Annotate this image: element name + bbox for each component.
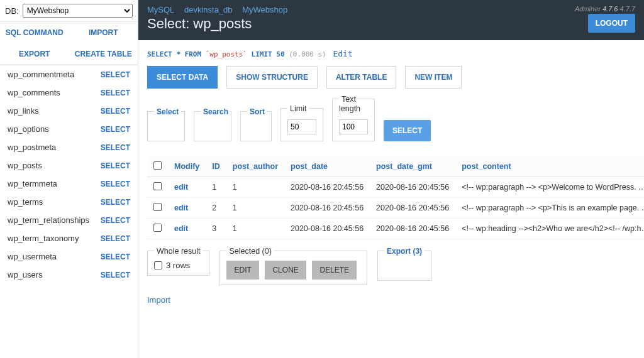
import-link[interactable]: IMPORT (69, 22, 138, 43)
page-title: Select: wp_posts (147, 16, 295, 32)
table-select-link[interactable]: SELECT (101, 180, 130, 188)
select-fieldset[interactable]: Select (147, 111, 185, 141)
edit-selected-button[interactable]: EDIT (226, 261, 258, 279)
sort-fieldset[interactable]: Sort (240, 111, 272, 141)
table-name: wp_term_taxonomy (8, 234, 79, 243)
table-name: wp_users (8, 270, 43, 279)
table-row[interactable]: wp_postsSELECT (0, 156, 138, 175)
edit-row-link[interactable]: edit (174, 224, 188, 233)
rows-count: 3 rows (166, 261, 190, 270)
edit-sql-link[interactable]: Edit (333, 49, 352, 58)
data-row: edit 1 1 2020-08-16 20:45:56 2020-08-16 … (147, 177, 644, 198)
table-row[interactable]: wp_postmetaSELECT (0, 138, 138, 156)
textlen-input[interactable] (339, 119, 368, 134)
export-link[interactable]: EXPORT (0, 43, 69, 65)
table-list: wp_commentmetaSELECT wp_commentsSELECT w… (0, 65, 138, 284)
table-select-link[interactable]: SELECT (101, 161, 130, 170)
cell-id: 1 (206, 177, 226, 198)
table-name: wp_terms (8, 197, 43, 207)
table-row[interactable]: wp_term_taxonomySELECT (0, 229, 138, 247)
col-post-date[interactable]: post_date (284, 156, 370, 177)
cell-content: <!-- wp:paragraph --> <p>Welcome to Word… (455, 177, 644, 198)
cell-content: <!-- wp:heading --><h2>Who we are</h2><!… (455, 219, 644, 239)
table-select-link[interactable]: SELECT (101, 107, 130, 116)
col-post-content[interactable]: post_content (455, 156, 644, 177)
tab-alter-table[interactable]: ALTER TABLE (326, 66, 397, 89)
logout-button[interactable]: LOGOUT (588, 14, 635, 33)
cell-id: 2 (206, 198, 226, 219)
main: MySQL devkinsta_db MyWebshop Select: wp_… (138, 0, 644, 358)
import-bottom-link[interactable]: Import (147, 295, 170, 305)
data-row: edit 3 1 2020-08-16 20:45:56 2020-08-16 … (147, 219, 644, 239)
cell-date: 2020-08-16 20:45:56 (284, 177, 370, 198)
table-select-link[interactable]: SELECT (101, 125, 130, 134)
view-tabs: SELECT DATA SHOW STRUCTURE ALTER TABLE N… (147, 66, 635, 89)
cell-date: 2020-08-16 20:45:56 (284, 198, 370, 219)
breadcrumb-db[interactable]: MyWebshop (242, 5, 287, 14)
whole-result-fieldset: Whole result 3 rows (147, 251, 209, 276)
table-select-link[interactable]: SELECT (101, 198, 130, 207)
row-checkbox[interactable] (153, 224, 162, 232)
data-row: edit 2 1 2020-08-16 20:45:56 2020-08-16 … (147, 198, 644, 219)
table-row[interactable]: wp_term_relationshipsSELECT (0, 211, 138, 229)
textlen-fieldset: Text length (332, 99, 375, 141)
col-post-author[interactable]: post_author (226, 156, 284, 177)
clone-selected-button[interactable]: CLONE (265, 261, 306, 279)
table-row[interactable]: wp_commentmetaSELECT (0, 65, 138, 84)
table-row[interactable]: wp_termsSELECT (0, 193, 138, 211)
table-select-link[interactable]: SELECT (101, 143, 130, 152)
table-row[interactable]: wp_usersSELECT (0, 266, 138, 284)
breadcrumbs: MySQL devkinsta_db MyWebshop (147, 5, 295, 14)
cell-date: 2020-08-16 20:45:56 (284, 219, 370, 239)
cell-author: 1 (226, 198, 284, 219)
table-name: wp_usermeta (8, 252, 57, 261)
cell-id: 3 (206, 219, 226, 239)
sql-preview: SELECT * FROM `wp_posts` LIMIT 50 (0.000… (147, 49, 635, 58)
bottom-actions: Whole result 3 rows Selected (0) EDIT CL… (147, 251, 635, 285)
table-select-link[interactable]: SELECT (101, 70, 130, 79)
table-name: wp_termmeta (8, 179, 57, 188)
table-select-link[interactable]: SELECT (101, 271, 130, 279)
col-modify[interactable]: Modify (168, 156, 206, 177)
edit-row-link[interactable]: edit (174, 203, 188, 212)
results-table: Modify ID post_author post_date post_dat… (147, 156, 644, 239)
sidebar: DB: MyWebshop SQL COMMAND IMPORT EXPORT … (0, 0, 138, 358)
search-fieldset[interactable]: Search (194, 111, 231, 141)
table-row[interactable]: wp_usermetaSELECT (0, 247, 138, 266)
breadcrumb-server[interactable]: devkinsta_db (184, 5, 233, 14)
select-submit-button[interactable]: SELECT (384, 120, 431, 141)
table-name: wp_options (8, 124, 49, 134)
tab-select-data[interactable]: SELECT DATA (147, 66, 218, 89)
cell-author: 1 (226, 219, 284, 239)
delete-selected-button[interactable]: DELETE (312, 261, 357, 279)
table-select-link[interactable]: SELECT (101, 234, 130, 243)
table-row[interactable]: wp_linksSELECT (0, 102, 138, 120)
row-checkbox[interactable] (153, 203, 162, 211)
table-row[interactable]: wp_commentsSELECT (0, 84, 138, 102)
edit-row-link[interactable]: edit (174, 183, 188, 192)
col-id[interactable]: ID (206, 156, 226, 177)
tab-new-item[interactable]: NEW ITEM (405, 66, 462, 89)
create-table-link[interactable]: CREATE TABLE (69, 43, 138, 65)
cell-gmt: 2020-08-16 20:45:56 (370, 177, 455, 198)
cell-author: 1 (226, 177, 284, 198)
table-name: wp_term_relationships (8, 215, 89, 225)
limit-input[interactable] (287, 119, 316, 134)
select-all-header[interactable] (147, 156, 168, 177)
table-row[interactable]: wp_optionsSELECT (0, 120, 138, 138)
selected-fieldset: Selected (0) EDIT CLONE DELETE (219, 251, 367, 285)
row-checkbox[interactable] (153, 182, 162, 190)
export-fieldset[interactable]: Export (3) (377, 251, 431, 281)
table-select-link[interactable]: SELECT (101, 252, 130, 261)
table-select-link[interactable]: SELECT (101, 89, 130, 97)
col-post-date-gmt[interactable]: post_date_gmt (370, 156, 455, 177)
table-row[interactable]: wp_termmetaSELECT (0, 175, 138, 193)
db-label: DB: (5, 6, 19, 16)
whole-result-checkbox[interactable] (154, 261, 162, 269)
db-select[interactable]: MyWebshop (23, 4, 133, 18)
checkbox-icon[interactable] (153, 161, 162, 170)
tab-show-structure[interactable]: SHOW STRUCTURE (226, 66, 318, 89)
breadcrumb-mysql[interactable]: MySQL (147, 5, 174, 14)
table-select-link[interactable]: SELECT (101, 216, 130, 225)
sql-command-link[interactable]: SQL COMMAND (0, 22, 69, 43)
